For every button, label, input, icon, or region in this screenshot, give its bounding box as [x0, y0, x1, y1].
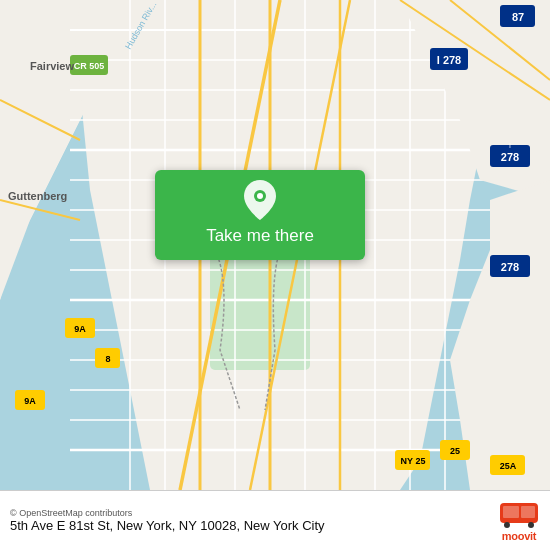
- svg-text:Guttenberg: Guttenberg: [8, 190, 67, 202]
- svg-text:NY 25: NY 25: [401, 456, 426, 466]
- moovit-logo: moovit: [498, 499, 540, 542]
- svg-text:278: 278: [501, 151, 519, 163]
- address-text: 5th Ave E 81st St, New York, NY 10028, N…: [10, 518, 325, 533]
- svg-point-72: [504, 522, 510, 528]
- svg-rect-70: [503, 506, 519, 518]
- map-container: 278 I 278 9A 9A 8 25 25A CR 505 87 I 278…: [0, 0, 550, 490]
- svg-text:25: 25: [450, 446, 460, 456]
- footer-text-block: © OpenStreetMap contributors 5th Ave E 8…: [10, 508, 325, 533]
- svg-text:278: 278: [501, 261, 519, 273]
- map-pin-icon: [243, 180, 277, 220]
- moovit-icon: [498, 499, 540, 529]
- moovit-text: moovit: [502, 530, 536, 542]
- svg-point-73: [528, 522, 534, 528]
- svg-text:25A: 25A: [500, 461, 517, 471]
- footer: © OpenStreetMap contributors 5th Ave E 8…: [0, 490, 550, 550]
- svg-text:87: 87: [512, 11, 524, 23]
- svg-text:I 278: I 278: [437, 54, 461, 66]
- svg-text:9A: 9A: [74, 324, 86, 334]
- take-me-there-button[interactable]: Take me there: [155, 170, 365, 260]
- svg-text:I: I: [509, 142, 511, 149]
- svg-text:8: 8: [105, 354, 110, 364]
- attribution-text: © OpenStreetMap contributors: [10, 508, 325, 518]
- svg-text:9A: 9A: [24, 396, 36, 406]
- svg-point-68: [257, 193, 263, 199]
- svg-text:CR 505: CR 505: [74, 61, 105, 71]
- svg-text:Fairview: Fairview: [30, 60, 74, 72]
- button-label: Take me there: [206, 226, 314, 246]
- svg-rect-71: [521, 506, 535, 518]
